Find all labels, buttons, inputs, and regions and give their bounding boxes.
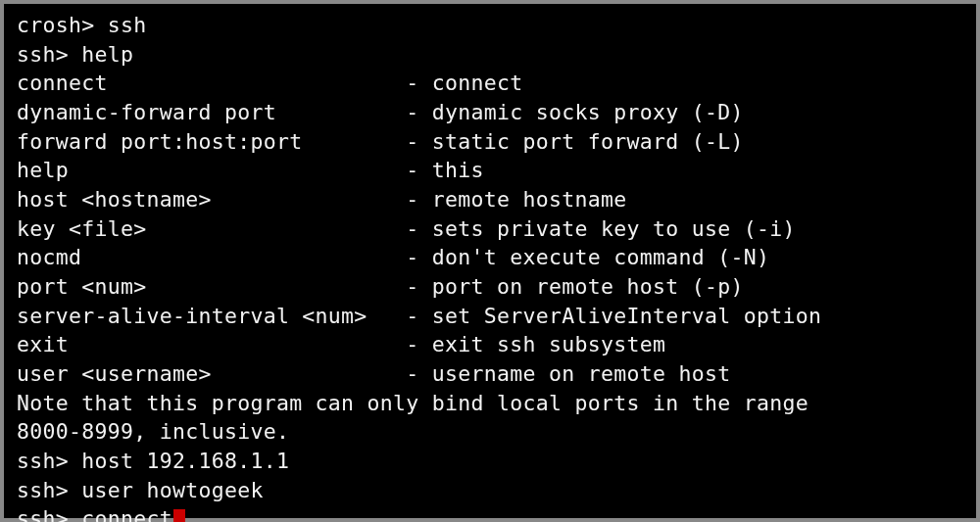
terminal-note: 8000-8999, inclusive. xyxy=(17,417,963,447)
terminal-note: Note that this program can only bind loc… xyxy=(17,389,963,418)
terminal-line: ssh> help xyxy=(17,40,963,70)
help-row: exit - exit ssh subsystem xyxy=(17,330,963,359)
help-row: connect - connect xyxy=(17,69,963,98)
help-spacer xyxy=(146,274,406,299)
help-desc: - connect xyxy=(406,71,522,95)
help-spacer xyxy=(108,71,407,95)
help-spacer xyxy=(146,216,406,241)
terminal-line: ssh> user howtogeek xyxy=(17,476,963,505)
help-cmd: nocmd xyxy=(17,245,81,269)
help-row: port <num> - port on remote host (-p) xyxy=(17,272,963,302)
help-desc: - remote hostname xyxy=(406,187,626,212)
help-desc: - static port forward (-L) xyxy=(406,129,743,154)
help-cmd: dynamic-forward port xyxy=(17,100,276,124)
help-desc: - this xyxy=(406,158,483,182)
help-row: key <file> - sets private key to use (-i… xyxy=(17,214,963,244)
help-desc: - set ServerAliveInterval option xyxy=(406,304,821,328)
help-row: user <username> - username on remote hos… xyxy=(17,359,963,389)
help-cmd: forward port:host:port xyxy=(17,129,302,154)
help-cmd: port <num> xyxy=(17,274,146,299)
help-cmd: host <hostname> xyxy=(17,187,212,212)
cursor xyxy=(173,509,185,522)
terminal-window[interactable]: crosh> ssh ssh> help connect - connect d… xyxy=(4,4,976,518)
terminal-current-line[interactable]: ssh> connect xyxy=(17,504,963,522)
help-cmd: connect xyxy=(17,71,108,95)
help-cmd: exit xyxy=(17,332,69,356)
help-cmd: help xyxy=(17,158,69,182)
help-row: host <hostname> - remote hostname xyxy=(17,185,963,214)
help-row: server-alive-interval <num> - set Server… xyxy=(17,302,963,331)
help-cmd: user <username> xyxy=(17,361,212,386)
help-desc: - port on remote host (-p) xyxy=(406,274,743,299)
help-spacer xyxy=(212,361,407,386)
help-spacer xyxy=(81,245,406,269)
help-spacer xyxy=(69,332,406,356)
help-cmd: key <file> xyxy=(17,216,146,241)
help-row: help - this xyxy=(17,156,963,185)
help-cmd: server-alive-interval <num> xyxy=(17,304,368,328)
help-spacer xyxy=(368,304,407,328)
help-row: dynamic-forward port - dynamic socks pro… xyxy=(17,98,963,127)
help-desc: - don't execute command (-N) xyxy=(406,245,769,269)
help-row: nocmd - don't execute command (-N) xyxy=(17,243,963,272)
help-desc: - sets private key to use (-i) xyxy=(406,216,795,241)
terminal-line: crosh> ssh xyxy=(17,11,963,40)
help-spacer xyxy=(212,187,407,212)
terminal-input-text: ssh> connect xyxy=(17,506,172,522)
help-desc: - dynamic socks proxy (-D) xyxy=(406,100,743,124)
help-spacer xyxy=(276,100,406,124)
help-spacer xyxy=(69,158,406,182)
help-desc: - exit ssh subsystem xyxy=(406,332,665,356)
help-spacer xyxy=(302,129,406,154)
terminal-line: ssh> host 192.168.1.1 xyxy=(17,447,963,476)
help-row: forward port:host:port - static port for… xyxy=(17,127,963,157)
help-desc: - username on remote host xyxy=(406,361,730,386)
